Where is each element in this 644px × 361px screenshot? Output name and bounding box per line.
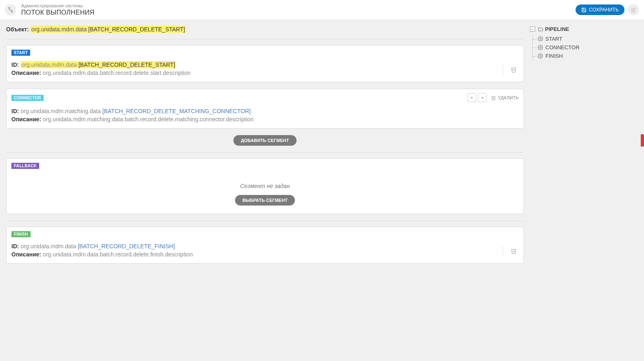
id-label: ID: [11,243,19,249]
gear-icon [538,53,543,59]
segment-tag-fallback: FALLBACK [11,163,39,169]
description-label: Описание: [11,70,41,76]
add-segment-button[interactable]: ДОБАВИТЬ СЕГМЕНТ [233,135,296,146]
divider [6,221,524,221]
page-title: ПОТОК ВЫПОЛНЕНИЯ [21,9,576,16]
tree-item-label: CONNECTOR [545,44,580,50]
folder-icon [538,26,543,32]
object-namespace: org.unidata.mdm.data [31,26,87,33]
delete-connector-link[interactable]: УДАЛИТЬ [491,95,519,101]
svg-point-1 [540,47,541,48]
svg-point-2 [540,55,541,57]
fallback-not-set-text: Сегмент не задан [11,183,519,189]
segment-card-connector: CONNECTOR УДАЛИТЬ [6,89,524,129]
start-id-namespace: org.unidata.mdm.data [21,61,79,68]
segment-tag-start: START [11,50,30,56]
divider [6,152,524,153]
trash-icon [510,248,517,254]
trash-icon [631,7,636,13]
connector-id-code: [BATCH_RECORD_DELETE_MATCHING_CONNECTOR] [102,108,251,114]
delete-start-button[interactable] [509,65,519,74]
connector-id-namespace: org.unidata.mdm.matching.data [21,108,103,114]
delete-pipeline-button[interactable] [628,4,639,15]
tree-collapse-icon[interactable]: − [530,26,535,32]
chevron-up-icon [470,96,474,100]
start-id-code: [BATCH_RECORD_DELETE_START] [79,61,176,68]
delete-link-label: УДАЛИТЬ [498,95,519,100]
segment-tag-finish: FINISH [11,231,31,237]
delete-finish-button[interactable] [509,246,519,256]
page-header: Администрирование системы ПОТОК ВЫПОЛНЕН… [0,0,644,20]
finish-id-code: [BATCH_RECORD_DELETE_FINISH] [78,243,175,249]
move-up-button[interactable] [467,93,476,102]
tree-item-start[interactable]: START [538,35,638,43]
move-down-button[interactable] [478,93,487,102]
tree-item-finish[interactable]: FINISH [538,52,638,60]
segment-card-fallback: FALLBACK Сегмент не задан ВЫБРАТЬ СЕГМЕН… [6,158,524,214]
start-description: org.unidata.mdm.data.batch.record.delete… [43,70,191,76]
id-label: ID: [11,61,19,68]
description-label: Описание: [11,251,41,258]
divider [6,39,524,39]
description-label: Описание: [11,116,41,123]
segment-tag-connector: CONNECTOR [11,95,44,101]
trash-icon [491,95,496,101]
tree-root-label: PIPELINE [545,26,569,32]
svg-point-0 [540,38,541,39]
finish-id-namespace: org.unidata.mdm.data [21,243,78,249]
save-button[interactable]: СОХРАНИТЬ [576,4,624,15]
gear-icon [538,45,543,50]
header-subtitle: Администрирование системы [21,3,576,9]
chevron-down-icon [480,96,484,100]
segment-card-start: START ID: org.unidata.mdm.data [BATCH_RE… [6,45,524,82]
edge-flag[interactable] [641,134,644,147]
segment-card-finish: FINISH ID: org.unidata.mdm.data [BATCH_R… [6,227,524,264]
connector-description: org.unidata.mdm.matching.data.batch.reco… [43,116,254,123]
choose-segment-button[interactable]: ВЫБРАТЬ СЕГМЕНТ [235,195,295,206]
tree-item-label: FINISH [545,53,563,59]
trash-icon [510,66,517,73]
object-line: Объект: org.unidata.mdm.data [BATCH_RECO… [6,26,524,33]
save-icon [581,7,587,13]
finish-description: org.unidata.mdm.data.batch.record.delete… [43,251,193,258]
object-code: [BATCH_RECORD_DELETE_START] [88,26,185,33]
save-button-label: СОХРАНИТЬ [589,7,619,13]
tree-item-connector[interactable]: CONNECTOR [538,43,638,52]
tree-item-label: START [545,36,562,42]
object-label: Объект: [6,26,29,33]
id-label: ID: [11,108,19,114]
gear-icon [538,36,543,42]
pipeline-icon [5,4,16,15]
tree-root-pipeline[interactable]: − PIPELINE [530,26,638,32]
pipeline-tree: − PIPELINE START [530,26,638,60]
